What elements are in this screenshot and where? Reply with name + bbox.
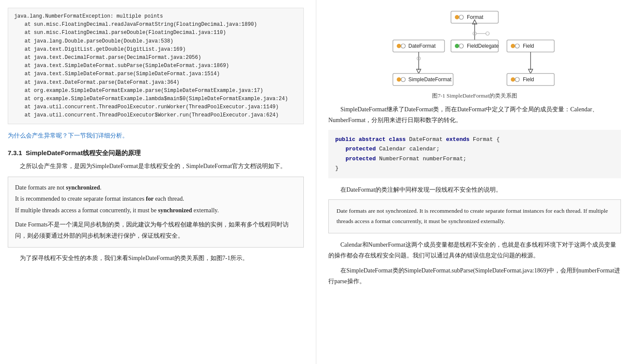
- dateformat-label: DateFormat: [408, 43, 436, 49]
- left-panel: java.lang.NumberFormatException: multipl…: [0, 0, 316, 364]
- field-orange-dot-bottom: [511, 77, 515, 82]
- section-number: 7.3.1: [8, 149, 22, 156]
- code-line-1: at sun.misc.FloatingDecimal.readJavaForm…: [14, 21, 297, 29]
- format-orange-dot: [455, 15, 459, 19]
- code-line-4: at java.text.DigitList.getDouble(DigitLi…: [14, 46, 297, 54]
- field-label-top: Field: [523, 43, 534, 49]
- exception-code-block: java.lang.NumberFormatException: multipl…: [8, 8, 304, 124]
- code-line-5: at java.text.DecimalFormat.parse(Decimal…: [14, 54, 297, 62]
- format-label: Format: [467, 14, 484, 20]
- note-line2: It is recommended to create separate for…: [15, 193, 296, 205]
- code-right-line0: public abstract class DateFormat extends…: [335, 135, 614, 144]
- quote-text: Date formats are not synchronized. It is…: [337, 208, 608, 224]
- right-para3: Calendar和NumberFormat这两个成员变量都是线程不安全的，也就是…: [328, 239, 621, 261]
- field-orange-dot-top: [511, 44, 515, 48]
- note-bold-sync: synchronized: [158, 207, 192, 214]
- right-para2: 在DateFormat的类注解中同样发现一段线程不安全性的说明。: [328, 184, 621, 195]
- field-label-bottom: Field: [523, 76, 534, 83]
- question-link-text[interactable]: 为什么会产生异常呢？下一节我们详细分析。: [8, 132, 128, 139]
- sdf-orange-dot: [397, 77, 401, 82]
- code-block-right: public abstract class DateFormat extends…: [328, 130, 621, 178]
- quote-box-right: Date formats are not synchronized. It is…: [328, 199, 621, 233]
- code-right-line3: }: [335, 164, 614, 173]
- diagram-caption: 图7-1 SimpleDateFormat的类关系图: [432, 92, 517, 100]
- code-line-3: at java.lang.Double.parseDouble(Double.j…: [14, 37, 297, 46]
- section-title: SimpleDateFormat线程安全问题的原理: [26, 149, 141, 156]
- circle-connector2: [486, 32, 489, 35]
- note-bold-for: for: [146, 196, 154, 202]
- code-line-7: at java.text.SimpleDateFormat.parse(Simp…: [14, 70, 297, 78]
- dateformat-orange-dot: [397, 44, 401, 48]
- code-line-0: java.lang.NumberFormatException: multipl…: [14, 12, 297, 21]
- right-para4: 在SimpleDateFormat类的SimpleDateFormat.subP…: [328, 265, 621, 287]
- code-line-10: at org.example.SimpleDateFormatExample.l…: [14, 95, 297, 103]
- code-right-line1: protected Calendar calendar;: [335, 144, 614, 154]
- left-para2: 为了探寻线程不安全性的本质，我们来看SimpleDateFormat的类关系图，…: [8, 253, 304, 263]
- fielddelegate-label: FieldDelegate: [467, 43, 499, 49]
- sdf-label: SimpleDateFormat: [408, 76, 452, 83]
- note-line1: Date formats are not synchronized.: [15, 182, 296, 194]
- code-line-9: at org.example.SimpleDateFormatExample.p…: [14, 87, 297, 95]
- fielddelegate-green-dot: [455, 44, 459, 48]
- left-para1: 之所以会产生异常，是因为SimpleDateFormat是非线程安全的，Simp…: [8, 161, 304, 171]
- code-line-2: at sun.misc.FloatingDecimal.parseDouble(…: [14, 29, 297, 37]
- code-line-12: at java.util.concurrent.ThreadPoolExecut…: [14, 111, 297, 119]
- note-line4: Date Formats不是一个满足同步机制的类，因此建议为每个线程创建单独的实…: [15, 219, 296, 242]
- note-line3: If multiple threads access a format conc…: [15, 205, 296, 217]
- note-bold-synchronized: synchronized: [66, 184, 100, 191]
- note-box: Date formats are not synchronized. It is…: [8, 177, 304, 248]
- right-panel: Format DateFormat FieldDelegate: [316, 0, 633, 364]
- section-heading: 7.3.1 SimpleDateFormat线程安全问题的原理: [8, 149, 304, 157]
- code-line-8: at java.text.DateFormat.parse(DateFormat…: [14, 79, 297, 87]
- code-right-line2: protected NumberFormat numberFormat;: [335, 154, 614, 164]
- uml-diagram: Format DateFormat FieldDelegate: [384, 8, 565, 89]
- question-link: 为什么会产生异常呢？下一节我们详细分析。: [8, 130, 304, 141]
- right-para1: SimpleDateFormat继承了DateFormat类，而在DateFor…: [328, 104, 621, 125]
- diagram-container: Format DateFormat FieldDelegate: [328, 8, 621, 100]
- code-line-6: at java.text.SimpleDateFormat.subParse(S…: [14, 62, 297, 70]
- code-line-11: at java.util.concurrent.ThreadPoolExecut…: [14, 103, 297, 111]
